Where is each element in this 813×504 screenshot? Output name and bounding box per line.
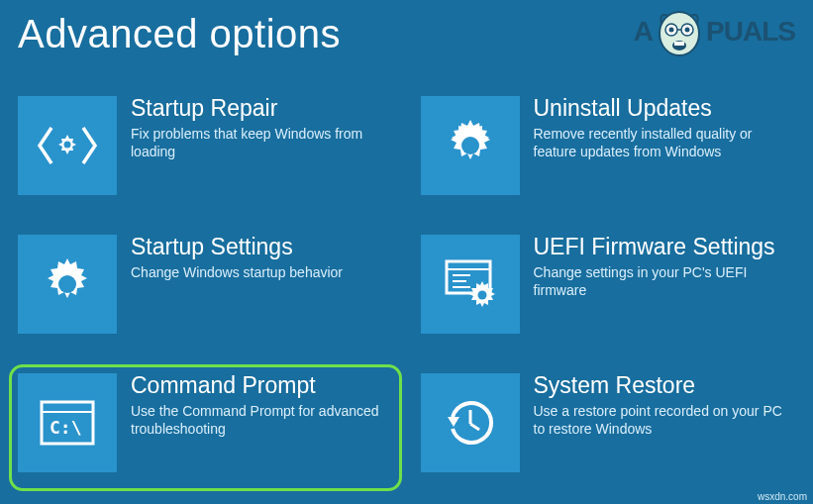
svg-point-11 [58, 275, 76, 293]
watermark-prefix: A [634, 16, 653, 48]
svg-rect-7 [674, 42, 684, 46]
svg-text:C:\: C:\ [50, 417, 82, 438]
uninstall-updates-title: Uninstall Updates [534, 96, 786, 121]
svg-point-17 [477, 291, 486, 300]
startup-repair-title: Startup Repair [131, 96, 383, 121]
svg-point-8 [64, 142, 71, 149]
startup-repair-tile[interactable]: Startup Repair Fix problems that keep Wi… [18, 96, 393, 205]
watermark-suffix: PUALS [706, 16, 795, 48]
command-prompt-title: Command Prompt [131, 373, 383, 398]
mascot-icon [657, 6, 702, 57]
uninstall-updates-tile[interactable]: Uninstall Updates Remove recently instal… [421, 96, 796, 205]
svg-point-10 [461, 137, 479, 154]
startup-repair-desc: Fix problems that keep Windows from load… [131, 125, 383, 160]
startup-repair-icon [18, 96, 117, 195]
credit-text: wsxdn.com [758, 491, 807, 502]
startup-settings-title: Startup Settings [131, 235, 343, 259]
command-prompt-icon: C:\ [18, 373, 117, 472]
system-restore-tile[interactable]: System Restore Use a restore point recor… [421, 373, 796, 482]
restore-icon [421, 373, 520, 472]
options-grid: Startup Repair Fix problems that keep Wi… [0, 56, 813, 482]
uefi-firmware-tile[interactable]: UEFI Firmware Settings Change settings i… [421, 235, 796, 344]
system-restore-title: System Restore [534, 373, 786, 398]
gear-icon [18, 235, 117, 334]
startup-settings-tile[interactable]: Startup Settings Change Windows startup … [18, 235, 393, 344]
firmware-icon [421, 235, 520, 334]
startup-settings-desc: Change Windows startup behavior [131, 263, 343, 281]
svg-point-4 [685, 28, 690, 33]
gear-icon [421, 96, 520, 195]
system-restore-desc: Use a restore point recorded on your PC … [534, 402, 786, 438]
command-prompt-desc: Use the Command Prompt for advanced trou… [131, 402, 383, 438]
uefi-firmware-desc: Change settings in your PC's UEFI firmwa… [534, 263, 786, 299]
svg-point-3 [669, 28, 674, 33]
uefi-firmware-title: UEFI Firmware Settings [534, 235, 786, 259]
svg-line-23 [470, 424, 479, 430]
watermark-logo: A PUALS [634, 6, 795, 57]
svg-marker-21 [448, 417, 459, 427]
uninstall-updates-desc: Remove recently installed quality or fea… [534, 125, 786, 160]
command-prompt-tile[interactable]: C:\ Command Prompt Use the Command Promp… [9, 364, 402, 491]
